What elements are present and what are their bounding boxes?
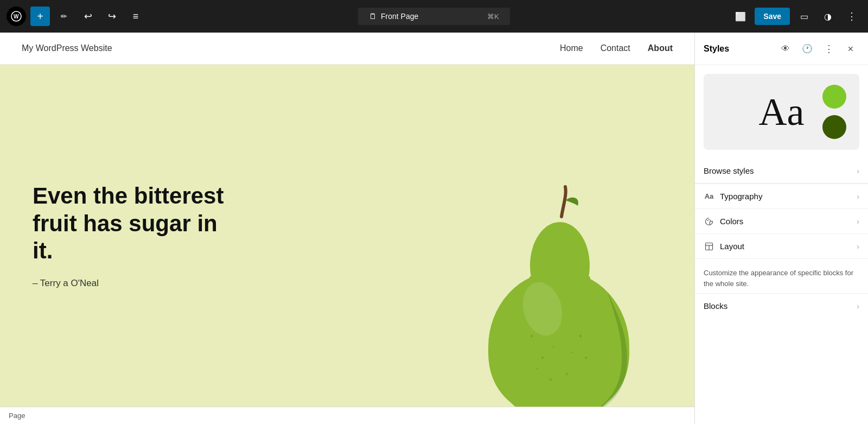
contrast-button[interactable]: ◑	[818, 7, 838, 26]
colors-label: Colors	[720, 217, 851, 226]
shortcut-text: ⌘K	[487, 12, 499, 21]
hero-section: Even the bitterest fruit has sugar in it…	[0, 65, 694, 407]
layout-chevron: ›	[857, 242, 859, 251]
browse-styles-row[interactable]: Browse styles ›	[695, 159, 868, 183]
sidebar-icon: ▭	[800, 11, 808, 22]
styles-more-button[interactable]: ⋮	[820, 40, 838, 58]
svg-point-8	[566, 373, 568, 375]
customize-text: Customize the appearance of specific blo…	[695, 259, 868, 293]
undo-button[interactable]: ↩	[78, 7, 98, 26]
color-circle-dark	[822, 115, 846, 139]
nav-about[interactable]: About	[648, 43, 673, 53]
typography-label: Typography	[720, 192, 851, 201]
monitor-icon: ⬜	[735, 11, 746, 22]
nav-contact[interactable]: Contact	[601, 43, 630, 53]
preview-aa-text: Aa	[759, 90, 805, 135]
hero-text: Even the bitterest fruit has sugar in it…	[0, 150, 271, 321]
colors-row[interactable]: Colors ›	[695, 209, 868, 234]
styles-history-button[interactable]: 🕐	[799, 40, 816, 58]
svg-point-10	[572, 352, 573, 353]
styles-panel: Styles 👁 🕐 ⋮ ✕ Aa Browse styles	[694, 33, 868, 424]
page-title-button[interactable]: 🗒 Front Page ⌘K	[358, 8, 510, 25]
redo-icon: ↪	[108, 10, 116, 22]
page-title-area: 🗒 Front Page ⌘K	[358, 8, 510, 25]
blocks-row[interactable]: Blocks ›	[695, 293, 868, 318]
typography-chevron: ›	[857, 192, 859, 201]
wp-logo[interactable]: W	[7, 7, 26, 26]
edit-icon: ✏	[61, 12, 67, 21]
svg-point-6	[541, 357, 544, 359]
editor-canvas: My WordPress Website Home Contact About …	[0, 33, 694, 424]
toolbar-right: ⬜ Save ▭ ◑ ⋮	[731, 7, 861, 26]
more-options-icon: ⋮	[824, 43, 834, 55]
monitor-button[interactable]: ⬜	[731, 7, 750, 26]
contrast-icon: ◑	[824, 11, 832, 22]
svg-point-17	[710, 220, 711, 221]
list-icon: ≡	[133, 11, 139, 22]
hero-heading: Even the bitterest fruit has sugar in it…	[33, 182, 239, 264]
svg-point-12	[537, 368, 538, 370]
svg-point-13	[585, 357, 587, 359]
add-icon: +	[37, 10, 43, 23]
main-area: My WordPress Website Home Contact About …	[0, 33, 868, 424]
more-icon: ⋮	[847, 10, 857, 22]
styles-eye-button[interactable]: 👁	[777, 40, 794, 58]
colors-icon	[704, 217, 714, 226]
page-title-text: Front Page	[381, 12, 418, 21]
nav-home[interactable]: Home	[560, 43, 583, 53]
edit-mode-button[interactable]: ✏	[54, 7, 74, 26]
save-button[interactable]: Save	[755, 8, 790, 25]
layout-label: Layout	[720, 242, 851, 251]
undo-icon: ↩	[84, 10, 92, 22]
add-block-button[interactable]: +	[30, 7, 50, 26]
site-nav: Home Contact About	[560, 43, 673, 53]
layout-icon	[704, 242, 714, 251]
blocks-chevron: ›	[857, 302, 859, 311]
svg-point-16	[709, 219, 710, 220]
svg-point-11	[550, 378, 552, 381]
svg-text:W: W	[14, 14, 19, 20]
color-circle-light	[822, 85, 846, 109]
colors-chevron: ›	[857, 217, 859, 226]
close-icon: ✕	[847, 45, 854, 53]
layout-row[interactable]: Layout ›	[695, 234, 868, 259]
pear-illustration	[467, 184, 651, 407]
site-header: My WordPress Website Home Contact About	[0, 33, 694, 65]
toolbar: W + ✏ ↩ ↪ ≡ 🗒 Front Page ⌘K ⬜ Save ▭	[0, 0, 868, 33]
svg-point-9	[579, 335, 582, 337]
browse-styles-chevron: ›	[857, 167, 859, 175]
svg-point-7	[553, 346, 554, 348]
hero-attribution: – Terry a O'Neal	[33, 278, 239, 289]
sidebar-toggle-button[interactable]: ▭	[794, 7, 814, 26]
panel-title: Styles	[704, 44, 773, 54]
history-icon: 🕐	[802, 43, 813, 54]
browse-styles-label: Browse styles	[704, 166, 857, 175]
more-options-button[interactable]: ⋮	[842, 7, 861, 26]
styles-close-button[interactable]: ✕	[842, 40, 859, 58]
blocks-label: Blocks	[704, 301, 857, 311]
svg-point-15	[707, 220, 709, 221]
list-view-button[interactable]: ≡	[126, 7, 145, 26]
style-preview: Aa	[704, 74, 859, 150]
panel-header: Styles 👁 🕐 ⋮ ✕	[695, 33, 868, 65]
status-bar: Page	[0, 407, 694, 424]
svg-point-5	[531, 335, 533, 337]
typography-icon: Aa	[704, 192, 714, 200]
typography-row[interactable]: Aa Typography ›	[695, 184, 868, 209]
eye-icon: 👁	[781, 44, 790, 54]
preview-circles	[822, 85, 846, 139]
document-icon: 🗒	[369, 12, 376, 21]
redo-button[interactable]: ↪	[102, 7, 122, 26]
status-label: Page	[9, 412, 25, 420]
site-title: My WordPress Website	[22, 43, 112, 53]
